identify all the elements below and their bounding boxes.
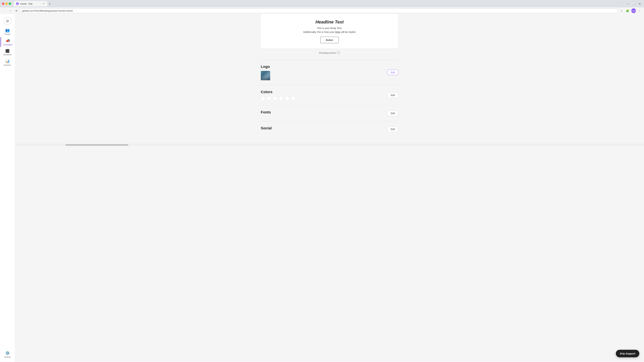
- branding-preview-text: Branding preview: [319, 52, 336, 54]
- social-section-content: Social: [261, 126, 384, 132]
- scrollbar-area: [15, 144, 644, 146]
- address-input[interactable]: [20, 9, 618, 13]
- reload-button[interactable]: ↻: [14, 8, 19, 13]
- scrollbar-thumb[interactable]: [66, 144, 128, 146]
- fonts-section: Fonts Edit: [261, 105, 398, 121]
- preview-link-text: links: [335, 30, 340, 33]
- profile-button[interactable]: Incognito: [631, 8, 636, 13]
- sidebar-label-analytics: Analytics: [4, 64, 11, 66]
- branding-preview-card: Headline Text This is your Body Text. Ad…: [261, 14, 398, 49]
- drip-support-button[interactable]: Drip Support: [616, 350, 639, 357]
- main-content: Headline Text This is your Body Text. Ad…: [15, 14, 644, 362]
- close-btn[interactable]: ✕: [637, 1, 642, 6]
- color-swatch-3: [273, 96, 277, 100]
- sidebar-item-people[interactable]: 👥 People: [1, 27, 14, 36]
- color-swatch-6: [291, 96, 295, 100]
- color-swatches: [261, 96, 384, 100]
- social-section: Social Edit: [261, 121, 398, 137]
- color-swatch-5: [285, 96, 289, 100]
- campaigns-icon: 📣: [6, 38, 10, 43]
- minimize-btn[interactable]: ─: [626, 1, 630, 6]
- preview-link-prefix: Additionally, this is how your: [303, 30, 335, 33]
- extensions-button[interactable]: 🧩: [625, 8, 630, 13]
- sidebar-label-people: People: [4, 33, 10, 35]
- tab-bar: ◉ Assets · Drip ✕ +: [12, 1, 624, 6]
- logo-thumbnail: [261, 71, 270, 80]
- logo-section: Logo Edit: [261, 60, 398, 85]
- address-right-controls: ☆ 🧩 Incognito ⋮: [619, 8, 642, 13]
- back-button[interactable]: ←: [2, 8, 7, 13]
- tab-title: Assets · Drip: [20, 2, 32, 5]
- social-section-title: Social: [261, 126, 384, 130]
- people-icon: 👥: [5, 28, 10, 32]
- sidebar-item-campaigns[interactable]: 📣 Campaigns: [0, 37, 14, 47]
- sidebar-item-settings[interactable]: ⚙️ Settings: [1, 350, 14, 359]
- app-container: ☺ 👥 People 📣 Campaigns ⬛ Workflows 📊 Ana…: [0, 14, 644, 362]
- address-bar: ← → ↻ ☆ 🧩 Incognito ⋮: [0, 7, 644, 14]
- preview-link-line: Additionally, this is how your links wil…: [266, 30, 393, 33]
- color-swatch-2: [267, 96, 271, 100]
- preview-body: This is your Body Text.: [266, 27, 393, 29]
- sidebar-label-workflows: Workflows: [3, 54, 12, 56]
- sidebar-label-settings: Settings: [4, 356, 11, 358]
- maximize-window-button[interactable]: [9, 2, 11, 5]
- workflows-icon: ⬛: [5, 49, 10, 53]
- restore-btn[interactable]: ⬜: [632, 1, 636, 6]
- sidebar-item-workflows[interactable]: ⬛ Workflows: [1, 48, 14, 57]
- preview-headline: Headline Text: [266, 19, 393, 25]
- content-area: Headline Text This is your Body Text. Ad…: [254, 14, 405, 144]
- fonts-edit-button[interactable]: Edit: [387, 111, 398, 116]
- preview-button[interactable]: Button: [320, 37, 338, 43]
- colors-edit-button[interactable]: Edit: [387, 92, 398, 98]
- color-swatch-4: [279, 96, 283, 100]
- settings-icon: ⚙️: [5, 351, 10, 355]
- active-tab[interactable]: ◉ Assets · Drip ✕: [14, 1, 47, 6]
- logo-edit-button[interactable]: Edit: [387, 70, 398, 75]
- color-swatch-1: [261, 96, 265, 100]
- tab-favicon: ◉: [16, 2, 19, 5]
- minimize-window-button[interactable]: [5, 2, 8, 5]
- sidebar-item-analytics[interactable]: 📊 Analytics: [1, 58, 14, 67]
- new-tab-button[interactable]: +: [47, 2, 52, 6]
- analytics-icon: 📊: [5, 59, 10, 63]
- sidebar-label-campaigns: Campaigns: [3, 43, 12, 45]
- logo-icon: ☺: [5, 18, 10, 23]
- window-controls: [2, 2, 11, 5]
- colors-section: Colors Edit: [261, 85, 398, 105]
- forward-button[interactable]: →: [8, 8, 13, 13]
- titlebar: ◉ Assets · Drip ✕ + ─ ⬜ ✕: [0, 0, 644, 7]
- fonts-section-content: Fonts: [261, 110, 384, 116]
- close-window-button[interactable]: [2, 2, 4, 5]
- colors-section-title: Colors: [261, 90, 384, 94]
- menu-button[interactable]: ⋮: [637, 8, 642, 13]
- colors-section-content: Colors: [261, 90, 384, 100]
- bookmark-button[interactable]: ☆: [619, 8, 624, 13]
- browser-chrome: ◉ Assets · Drip ✕ + ─ ⬜ ✕ ← → ↻ ☆ 🧩 Inco…: [0, 0, 644, 14]
- sidebar: ☺ 👥 People 📣 Campaigns ⬛ Workflows 📊 Ana…: [0, 14, 15, 362]
- help-icon[interactable]: ?: [337, 51, 340, 54]
- app-logo: ☺: [4, 17, 12, 25]
- social-edit-button[interactable]: Edit: [387, 126, 398, 132]
- logo-section-content: Logo: [261, 64, 384, 80]
- logo-section-title: Logo: [261, 64, 384, 69]
- branding-preview-label: Branding preview ?: [261, 51, 398, 54]
- tab-close-button[interactable]: ✕: [42, 2, 45, 5]
- preview-link-suffix: will be styled.: [340, 30, 356, 33]
- fonts-section-title: Fonts: [261, 110, 384, 114]
